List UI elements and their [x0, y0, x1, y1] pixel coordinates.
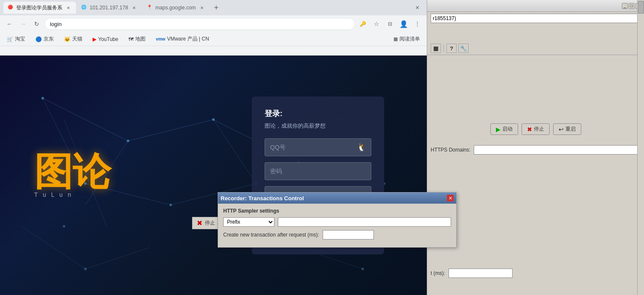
recorder-dialog: Recorder: Transactions Control ✕ HTTP Sa… [218, 192, 457, 248]
svg-point-25 [84, 268, 87, 270]
recorder-transaction-input[interactable] [323, 230, 374, 240]
bookmarks-bar: 🛒 淘宝 🔵 京东 🐱 天猫 ▶ YouTube 🗺 地图 vmw VMware… [0, 32, 427, 46]
recorder-titlebar: Recorder: Transactions Control ✕ [218, 193, 456, 204]
bookmark-maps[interactable]: 🗺 地图 [125, 35, 149, 44]
svg-point-26 [361, 268, 364, 270]
jmeter-titlebar: _ □ ✕ [427, 0, 644, 12]
tab-label-2: 101.201.197.178 [90, 5, 128, 11]
scrollbar[interactable] [637, 0, 644, 295]
recorder-prefix-input[interactable] [278, 217, 451, 227]
jd-label: 京东 [44, 35, 54, 43]
tab-favicon-3: 📍 [147, 5, 153, 11]
bookmark-vmware[interactable]: vmw VMware 产品 | CN [152, 35, 213, 44]
browser-content: 图论 T u L u n 登录: 图论，成就你的高薪梦想 🐧 记住我 登录 [0, 55, 427, 295]
forward-button[interactable]: → [17, 18, 29, 30]
svg-point-17 [212, 118, 215, 121]
key-icon: 🔑 [357, 18, 369, 30]
tab-close-2[interactable]: ✕ [131, 4, 137, 11]
vmware-label: VMware 产品 | CN [167, 35, 209, 43]
recorder-close-button[interactable]: ✕ [447, 195, 454, 202]
jmeter-toolbar-settings[interactable]: 🔧 [458, 44, 469, 53]
reset-button[interactable]: ↩ 重启 [553, 123, 581, 135]
jmeter-bottom-row: t (ms): [431, 269, 513, 278]
maximize-button[interactable]: □ [629, 3, 635, 9]
bookmark-youtube[interactable]: ▶ YouTube [89, 35, 122, 43]
svg-line-12 [21, 226, 85, 269]
url-bar[interactable]: login [44, 18, 355, 30]
bottom-label: t (ms): [431, 270, 445, 276]
tmall-label: 天猫 [72, 35, 82, 43]
logo-text: 图论 [34, 153, 111, 191]
https-domains-input[interactable] [474, 145, 641, 155]
password-input-group [265, 162, 371, 180]
login-title: 登录: [265, 108, 371, 119]
recorder-transaction-label: Create new transaction after request (ms… [223, 232, 319, 238]
qq-input[interactable] [265, 138, 371, 156]
scrollbar-thumb[interactable] [638, 1, 644, 14]
jmeter-panel: _ □ ✕ ▦ ? 🔧 ▶ 启动 ✖ 停止 ↩ 重启 HTTPS Domains… [427, 0, 644, 295]
tab-close-3[interactable]: ✕ [198, 4, 205, 11]
stop-label: 停止 [205, 219, 215, 227]
split-view-button[interactable]: ⊟ [384, 18, 396, 30]
tab-login[interactable]: 🔴 登录图论学员服务系 ✕ [3, 2, 76, 14]
jmeter-title-input[interactable] [431, 14, 641, 23]
password-input[interactable] [265, 162, 371, 180]
tab-maps[interactable]: 📍 maps.google.com ✕ [143, 2, 210, 14]
stop-label: 停止 [534, 126, 544, 133]
browser-chrome: 🔴 登录图论学员服务系 ✕ 🌐 101.201.197.178 ✕ 📍 maps… [0, 0, 427, 55]
svg-point-15 [41, 97, 44, 99]
svg-point-16 [127, 140, 129, 142]
toolbar-separator-1 [443, 44, 444, 52]
tmall-icon: 🐱 [64, 36, 70, 42]
bookmark-jd[interactable]: 🔵 京东 [32, 35, 57, 44]
svg-line-13 [85, 248, 149, 269]
jd-icon: 🔵 [35, 36, 42, 42]
tab-bar: 🔴 登录图论学员服务系 ✕ 🌐 101.201.197.178 ✕ 📍 maps… [0, 0, 427, 15]
bookmark-reading-list[interactable]: ▦ 阅读清单 [390, 35, 423, 44]
svg-line-1 [128, 120, 213, 141]
recorder-prefix-row: Prefix [223, 217, 451, 227]
login-subtitle: 图论，成就你的高薪梦想 [265, 122, 371, 130]
https-domains-label: HTTPS Domains: [431, 147, 470, 153]
jmeter-toolbar-help[interactable]: ▦ [431, 44, 441, 53]
recorder-title: Recorder: Transactions Control [221, 195, 304, 202]
reload-button[interactable]: ↻ [31, 18, 43, 30]
tab-close-1[interactable]: ✕ [65, 4, 72, 11]
stop-overlay-button[interactable]: ✖ 停止 [192, 217, 220, 229]
jmeter-toolbar-question[interactable]: ? [446, 44, 457, 53]
bookmark-tmall[interactable]: 🐱 天猫 [61, 35, 86, 44]
recorder-body: HTTP Sampler settings Prefix Create new … [218, 204, 456, 247]
stop-icon: ✖ [197, 219, 202, 227]
reading-icon: ▦ [393, 36, 398, 42]
logo-area: 图论 T u L u n [34, 153, 111, 198]
stop-button[interactable]: ✖ 停止 [522, 123, 550, 135]
jmeter-control-buttons: ▶ 启动 ✖ 停止 ↩ 重启 [427, 123, 644, 135]
vmware-icon: vmw [156, 37, 165, 41]
start-button[interactable]: ▶ 启动 [490, 123, 518, 135]
recorder-section-title: HTTP Sampler settings [223, 208, 451, 214]
star-button[interactable]: ☆ [370, 18, 382, 30]
new-tab-button[interactable]: + [210, 2, 222, 14]
maps-icon: 🗺 [128, 36, 134, 42]
tab-favicon-1: 🔴 [8, 5, 14, 11]
taobao-label: 淘宝 [15, 35, 25, 43]
menu-button[interactable]: ⋮ [411, 18, 423, 30]
youtube-icon: ▶ [93, 36, 96, 42]
tab-favicon-2: 🌐 [81, 5, 87, 11]
taobao-icon: 🛒 [7, 36, 13, 42]
login-background: 图论 T u L u n 登录: 图论，成就你的高薪梦想 🐧 记住我 登录 [0, 55, 427, 295]
back-button[interactable]: ← [3, 18, 15, 30]
svg-point-20 [169, 204, 172, 206]
close-window-button[interactable]: ✕ [411, 2, 423, 14]
minimize-button[interactable]: _ [622, 3, 628, 9]
bottom-input[interactable] [449, 269, 513, 278]
url-text: login [50, 21, 61, 27]
bookmark-taobao[interactable]: 🛒 淘宝 [3, 35, 29, 44]
stop-icon: ✖ [527, 126, 532, 133]
profile-button[interactable]: 👤 [398, 18, 410, 30]
recorder-prefix-select[interactable]: Prefix [223, 217, 274, 227]
reset-label: 重启 [565, 126, 576, 133]
tab-ip[interactable]: 🌐 101.201.197.178 ✕ [77, 2, 142, 14]
svg-point-22 [63, 225, 65, 228]
start-label: 启动 [502, 126, 513, 133]
